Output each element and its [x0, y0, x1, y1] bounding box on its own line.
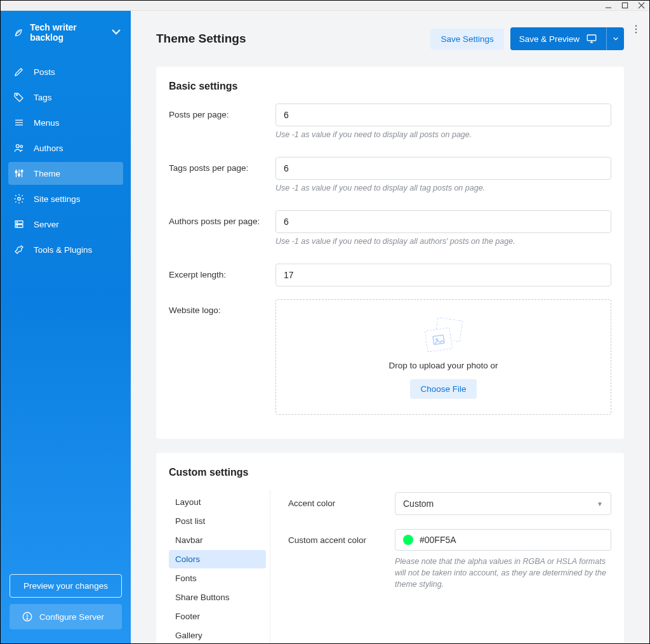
page-title: Theme Settings — [156, 32, 246, 46]
save-preview-label: Save & Preview — [519, 34, 580, 44]
sidebar-item-label: Authors — [34, 144, 63, 153]
image-placeholder-icon — [426, 319, 461, 351]
tab-post-list[interactable]: Post list — [169, 512, 266, 530]
svg-point-24 — [635, 25, 637, 27]
sidebar-item-label: Posts — [34, 67, 55, 77]
tags-posts-per-page-label: Tags posts per page: — [169, 157, 275, 173]
posts-per-page-label: Posts per page: — [169, 104, 275, 119]
close-icon[interactable] — [637, 1, 646, 10]
dropzone-text: Drop to upload your photo or — [282, 361, 604, 370]
excerpt-length-input[interactable] — [275, 264, 611, 286]
svg-point-26 — [635, 32, 637, 33]
project-switcher[interactable]: Tech writer backlog — [1, 11, 131, 54]
tab-navbar[interactable]: Navbar — [169, 531, 266, 549]
gear-icon — [13, 193, 25, 205]
custom-accent-label: Custom accent color — [288, 529, 395, 545]
sidebar-item-label: Server — [34, 220, 59, 229]
more-options-button[interactable] — [630, 23, 642, 37]
tags-posts-per-page-input[interactable] — [275, 157, 611, 180]
color-swatch — [403, 535, 413, 545]
wrench-icon — [13, 244, 25, 255]
server-icon — [13, 218, 25, 230]
tab-panel-colors: Accent color Custom ▼ Custom accent colo… — [270, 490, 611, 643]
svg-point-19 — [17, 222, 17, 222]
basic-settings-card: Basic settings Posts per page: Use -1 as… — [156, 67, 624, 439]
configure-server-label: Configure Server — [39, 612, 104, 622]
sidebar-item-label: Tools & Plugins — [34, 245, 92, 255]
sidebar-item-theme[interactable]: Theme — [8, 162, 123, 185]
monitor-icon — [586, 33, 597, 44]
save-preview-button[interactable]: Save & Preview — [510, 27, 606, 50]
basic-settings-heading: Basic settings — [169, 81, 611, 92]
alert-circle-icon — [22, 611, 33, 622]
users-icon — [13, 142, 25, 154]
svg-point-4 — [17, 95, 18, 96]
sidebar-item-label: Menus — [34, 118, 60, 128]
excerpt-length-label: Excerpt length: — [169, 264, 275, 279]
main-content: Theme Settings Save Settings Save & Prev… — [131, 11, 649, 643]
svg-point-15 — [21, 170, 23, 172]
minimize-icon[interactable] — [604, 1, 613, 10]
leaf-icon — [13, 27, 23, 38]
authors-posts-per-page-label: Authors posts per page: — [169, 210, 275, 226]
sidebar: Tech writer backlog Posts Tags Menus — [1, 11, 131, 643]
tab-fonts[interactable]: Fonts — [169, 569, 266, 587]
accent-color-select[interactable]: Custom ▼ — [395, 492, 611, 515]
save-settings-button[interactable]: Save Settings — [430, 29, 503, 50]
chevron-down-icon — [110, 26, 122, 39]
sidebar-item-site-settings[interactable]: Site settings — [8, 187, 123, 210]
website-logo-label: Website logo: — [169, 299, 275, 315]
svg-point-23 — [27, 619, 28, 620]
sidebar-item-label: Site settings — [34, 194, 81, 204]
tab-gallery[interactable]: Gallery — [169, 626, 266, 643]
svg-point-25 — [635, 29, 637, 30]
custom-settings-card: Custom settings Layout Post list Navbar … — [156, 453, 624, 643]
sidebar-item-authors[interactable]: Authors — [8, 137, 123, 159]
posts-per-page-help: Use -1 as value if you need to display a… — [275, 130, 611, 139]
authors-posts-per-page-input[interactable] — [275, 210, 611, 233]
tab-share-buttons[interactable]: Share Buttons — [169, 588, 266, 607]
pencil-icon — [13, 66, 25, 77]
website-logo-dropzone[interactable]: Drop to upload your photo or Choose File — [275, 299, 611, 415]
preview-changes-button[interactable]: Preview your changes — [10, 574, 122, 598]
sidebar-item-tags[interactable]: Tags — [8, 86, 123, 109]
menu-icon — [13, 117, 25, 128]
accent-color-label: Accent color — [288, 492, 395, 508]
svg-point-16 — [18, 198, 21, 201]
configure-server-button[interactable]: Configure Server — [10, 604, 122, 629]
save-preview-dropdown[interactable] — [606, 27, 624, 50]
sidebar-item-menus[interactable]: Menus — [8, 111, 123, 134]
chevron-down-icon: ▼ — [597, 500, 603, 507]
custom-accent-input[interactable]: #00FF5A — [395, 529, 611, 551]
sidebar-item-tools[interactable]: Tools & Plugins — [8, 238, 123, 261]
chevron-down-icon — [613, 36, 619, 42]
accent-color-value: Custom — [403, 499, 434, 509]
project-name: Tech writer backlog — [30, 22, 104, 43]
sidebar-item-server[interactable]: Server — [8, 213, 123, 236]
tags-posts-per-page-help: Use -1 as value if you need to display a… — [275, 184, 611, 192]
svg-rect-27 — [587, 35, 596, 41]
tab-footer[interactable]: Footer — [169, 607, 266, 626]
dots-vertical-icon — [630, 23, 642, 35]
window-titlebar — [1, 1, 649, 11]
svg-point-9 — [20, 145, 23, 148]
custom-settings-heading: Custom settings — [169, 467, 611, 478]
svg-rect-1 — [622, 3, 627, 8]
svg-point-13 — [18, 174, 20, 176]
custom-accent-note: Please note that the alpha values in RGB… — [395, 556, 611, 590]
svg-point-20 — [17, 225, 17, 226]
custom-accent-value: #00FF5A — [420, 535, 456, 545]
tab-colors[interactable]: Colors — [169, 550, 266, 568]
svg-point-11 — [15, 171, 17, 173]
choose-file-button[interactable]: Choose File — [410, 379, 476, 399]
sidebar-nav: Posts Tags Menus Authors Theme — [1, 58, 131, 264]
maximize-icon[interactable] — [620, 1, 629, 10]
posts-per-page-input[interactable] — [275, 104, 611, 126]
sidebar-item-posts[interactable]: Posts — [8, 60, 123, 83]
tag-icon — [13, 91, 25, 103]
custom-tab-list: Layout Post list Navbar Colors Fonts Sha… — [169, 490, 270, 643]
tab-layout[interactable]: Layout — [169, 493, 266, 511]
sliders-icon — [13, 168, 25, 179]
sidebar-item-label: Tags — [34, 93, 52, 102]
svg-point-8 — [16, 145, 19, 148]
